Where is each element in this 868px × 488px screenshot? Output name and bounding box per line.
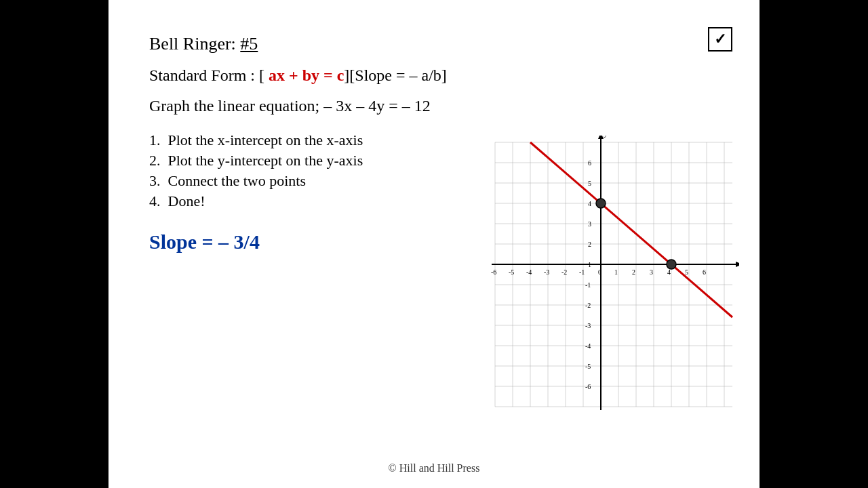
step-1-number: 1. — [149, 131, 168, 148]
checkmark-icon: ✓ — [714, 30, 726, 48]
svg-text:4: 4 — [667, 268, 671, 276]
standard-form-slope: ][Slope = – a/b] — [344, 66, 447, 84]
bell-ringer-number: #5 — [240, 34, 258, 54]
svg-text:-5: -5 — [509, 268, 514, 276]
svg-text:-2: -2 — [585, 302, 591, 309]
bell-ringer-heading: Bell Ringer: #5 — [149, 34, 719, 54]
svg-text:-3: -3 — [544, 268, 549, 276]
step-1-text: Plot the x-intercept on the x-axis — [168, 131, 363, 148]
svg-text:-5: -5 — [585, 363, 591, 370]
svg-marker-32 — [598, 136, 604, 139]
svg-text:-4: -4 — [526, 268, 532, 276]
y-intercept-point — [596, 199, 606, 208]
svg-text:3: 3 — [650, 268, 653, 276]
slide: ✓ Bell Ringer: #5 Standard Form : [ ax +… — [108, 0, 760, 488]
svg-text:0: 0 — [598, 268, 601, 276]
step-3-number: 3. — [149, 172, 168, 189]
svg-text:2: 2 — [632, 268, 635, 276]
svg-text:2: 2 — [588, 241, 591, 248]
x-intercept-point — [667, 260, 676, 269]
svg-text:-2: -2 — [561, 268, 567, 276]
step-3-text: Connect the two points — [168, 172, 306, 189]
copyright-text: © Hill and Hill Press — [389, 462, 480, 474]
svg-text:5: 5 — [588, 180, 591, 187]
svg-text:-6: -6 — [491, 268, 496, 276]
step-4-number: 4. — [149, 192, 168, 209]
svg-text:y: y — [604, 136, 608, 138]
step-2-number: 2. — [149, 152, 168, 169]
step-4-text: Done! — [168, 192, 205, 209]
svg-text:1: 1 — [588, 261, 591, 268]
svg-text:3: 3 — [588, 220, 591, 228]
svg-text:-1: -1 — [579, 268, 585, 276]
equation-line: Graph the linear equation; – 3x – 4y = –… — [149, 97, 719, 115]
bell-ringer-label: Bell Ringer: — [149, 34, 240, 54]
svg-text:-6: -6 — [585, 383, 591, 390]
coordinate-graph: x y -6 -5 -4 -3 -2 -1 0 1 2 3 4 5 6 6 5 … — [481, 136, 739, 420]
graph-area: x y -6 -5 -4 -3 -2 -1 0 1 2 3 4 5 6 6 5 … — [481, 136, 739, 420]
standard-form-label: Standard Form : — [149, 66, 259, 84]
step-2-text: Plot the y-intercept on the y-axis — [168, 152, 363, 169]
svg-text:5: 5 — [685, 268, 688, 276]
svg-text:6: 6 — [588, 159, 591, 167]
checkbox: ✓ — [708, 27, 732, 52]
svg-text:-4: -4 — [585, 342, 591, 350]
standard-form-line: Standard Form : [ ax + by = c][Slope = –… — [149, 66, 719, 85]
svg-marker-30 — [736, 262, 739, 267]
svg-text:1: 1 — [614, 268, 618, 276]
svg-text:-1: -1 — [585, 281, 591, 289]
svg-text:6: 6 — [703, 268, 706, 276]
svg-text:4: 4 — [588, 200, 591, 207]
standard-form-formula: ax + by = c — [269, 66, 344, 84]
svg-text:-3: -3 — [585, 322, 591, 329]
footer: © Hill and Hill Press — [108, 462, 760, 474]
